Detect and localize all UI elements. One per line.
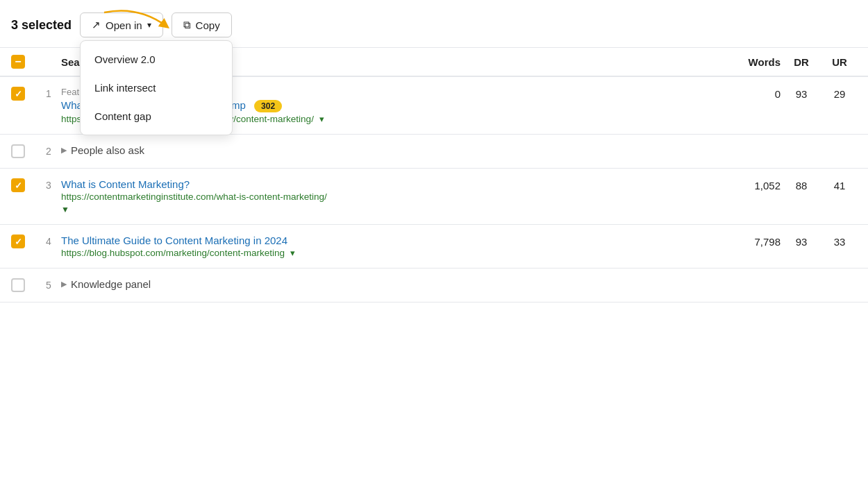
row3-url-row: https://contentmarketinginstitute.com/wh… <box>61 190 711 202</box>
row3-words: 1,052 <box>711 178 781 191</box>
header-check[interactable] <box>11 55 36 69</box>
table-row: 4 The Ultimate Guide to Content Marketin… <box>0 225 868 269</box>
row5-checkbox[interactable] <box>11 278 25 292</box>
row1-check-col <box>11 87 36 101</box>
row3-expand-icon[interactable]: ▼ <box>61 205 69 214</box>
select-all-checkbox[interactable] <box>11 55 25 69</box>
row4-ur: 33 <box>822 235 857 248</box>
row2-dr <box>781 144 822 146</box>
row1-url-dropdown-icon[interactable]: ▾ <box>319 114 324 124</box>
row4-url-dropdown-icon[interactable]: ▾ <box>290 248 295 258</box>
row3-expand[interactable]: ▼ <box>61 202 711 214</box>
row1-words: 0 <box>711 87 781 100</box>
row3-num: 3 <box>36 178 61 191</box>
row5-ur <box>822 278 857 280</box>
row3-title-link[interactable]: What is Content Marketing? <box>61 178 190 190</box>
row4-check-col <box>11 235 36 248</box>
row2-check-col <box>11 144 36 158</box>
dropdown-item-link-intersect[interactable]: Link intersect <box>81 74 232 102</box>
row5-content: ▶ Knowledge panel <box>61 278 711 290</box>
row3-content: What is Content Marketing? https://conte… <box>61 178 711 214</box>
row4-words: 7,798 <box>711 235 781 248</box>
row5-expand-row[interactable]: ▶ Knowledge panel <box>61 278 711 290</box>
row4-num: 4 <box>36 235 61 247</box>
row3-dr: 88 <box>781 178 822 191</box>
row4-url-row: https://blog.hubspot.com/marketing/conte… <box>61 248 711 258</box>
row3-check-col <box>11 178 36 192</box>
row3-checkbox[interactable] <box>11 178 25 192</box>
row4-title-row: The Ultimate Guide to Content Marketing … <box>61 235 711 246</box>
row4-content: The Ultimate Guide to Content Marketing … <box>61 235 711 258</box>
row1-num: 1 <box>36 87 61 99</box>
row5-words <box>711 278 781 280</box>
row4-title-link[interactable]: The Ultimate Guide to Content Marketing … <box>61 235 287 246</box>
row5-num: 5 <box>36 278 61 291</box>
row5-check-col <box>11 278 36 292</box>
row1-dr: 93 <box>781 87 822 100</box>
table-row: 3 What is Content Marketing? https://con… <box>0 169 868 225</box>
row2-expand-row[interactable]: ▶ People also ask <box>61 144 711 156</box>
row5-label: Knowledge panel <box>71 278 151 290</box>
row3-ur: 41 <box>822 178 857 191</box>
row2-checkbox[interactable] <box>11 144 25 158</box>
row5-dr <box>781 278 822 280</box>
row2-label: People also ask <box>71 144 144 156</box>
open-in-dropdown: Overview 2.0 Link intersect Content gap <box>80 40 233 135</box>
copy-icon: ⧉ <box>183 19 191 31</box>
row4-url-link[interactable]: https://blog.hubspot.com/marketing/conte… <box>61 248 285 258</box>
table-row: 2 ▶ People also ask <box>0 135 868 169</box>
table-row: 5 ▶ Knowledge panel <box>0 269 868 303</box>
selected-count: 3 selected <box>11 18 72 33</box>
copy-label: Copy <box>196 19 220 31</box>
header-words: Words <box>711 56 781 68</box>
header-ur: UR <box>822 56 857 68</box>
row2-content: ▶ People also ask <box>61 144 711 156</box>
row1-checkbox[interactable] <box>11 87 25 101</box>
row2-words <box>711 144 781 146</box>
row4-checkbox[interactable] <box>11 235 25 248</box>
row5-expand-icon: ▶ <box>61 280 67 289</box>
row2-num: 2 <box>36 144 61 157</box>
row1-ur: 29 <box>822 87 857 100</box>
dropdown-item-overview[interactable]: Overview 2.0 <box>81 45 232 74</box>
row4-dr: 93 <box>781 235 822 248</box>
dropdown-item-content-gap[interactable]: Content gap <box>81 102 232 130</box>
row3-url-link[interactable]: https://contentmarketinginstitute.com/wh… <box>61 191 327 202</box>
row2-expand-icon: ▶ <box>61 146 67 155</box>
row2-ur <box>822 144 857 146</box>
row1-badge: 302 <box>254 100 282 112</box>
header-dr: DR <box>781 56 822 68</box>
row3-title-row: What is Content Marketing? <box>61 178 711 190</box>
